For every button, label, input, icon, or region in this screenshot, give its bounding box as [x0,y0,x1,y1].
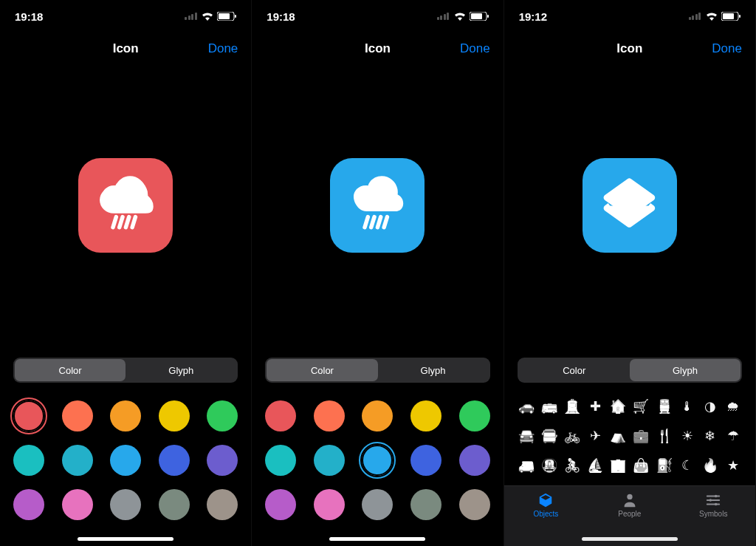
segment-glyph[interactable]: Glyph [630,359,740,381]
glyph-bike-icon[interactable]: 🚲 [563,427,581,445]
icon-preview [330,158,425,253]
swatch-orange[interactable] [314,400,345,431]
icon-preview-area [0,65,251,346]
swatch-amber[interactable] [110,400,141,431]
color-swatch-grid [252,393,503,541]
swatch-taupe[interactable] [459,489,490,520]
nav-title: Icon [113,41,139,56]
segmented-control[interactable]: Color Glyph [13,358,238,383]
glyph-bus-side-icon[interactable]: 🚍 [540,427,558,445]
swatch-pink[interactable] [62,489,93,520]
swatch-teal[interactable] [13,445,44,476]
segment-color[interactable]: Color [267,359,377,381]
status-time: 19:12 [519,10,547,23]
swatch-taupe[interactable] [207,489,238,520]
swatch-skyblue[interactable] [110,445,141,476]
glyph-metro-icon[interactable]: 🚇 [540,457,558,474]
swatch-blue[interactable] [410,445,441,476]
swatch-cyan[interactable] [62,445,93,476]
swatch-purple[interactable] [207,445,238,476]
wifi-icon [202,12,213,21]
tab-objects[interactable]: Objects [504,492,588,546]
glyph-house-icon[interactable]: 🏠 [609,397,627,415]
glyph-plane-icon[interactable]: ✈︎ [586,427,604,445]
cube-icon [536,492,555,508]
glyph-vehicle-box-icon[interactable]: 🚐 [518,457,535,474]
glyph-sailboat-icon[interactable]: ⛵ [586,457,604,474]
tab-label: People [618,510,641,518]
glyph-coupe-icon[interactable]: 🚘 [518,427,535,445]
swatch-grey[interactable] [362,489,393,520]
glyph-moon-icon[interactable]: ☾ [678,457,696,474]
glyph-bike-2-icon[interactable]: 🚴 [563,457,581,474]
cloud-rain-icon [86,165,166,246]
swatch-violet[interactable] [265,489,296,520]
status-bar: 19:18 [252,0,503,33]
glyph-umbrella-icon[interactable]: ☂︎ [724,427,742,445]
swatch-green[interactable] [459,400,490,431]
swatch-red[interactable] [265,400,296,431]
glyph-cloud-rain-icon[interactable]: 🌧 [724,397,742,415]
status-right [437,12,489,21]
swatch-sage[interactable] [410,489,441,520]
glyph-train-icon[interactable]: 🚆 [656,397,673,415]
swatch-pink[interactable] [314,489,345,520]
swatch-sage[interactable] [159,489,190,520]
swatch-blue[interactable] [159,445,190,476]
segment-color[interactable]: Color [519,359,630,381]
shortcuts-icon [589,165,670,246]
swatch-skyblue[interactable] [362,445,393,476]
screen-icon-picker-red: 19:18 Icon Done Color Glyph [0,0,252,546]
done-button[interactable]: Done [712,41,742,56]
screen-icon-picker-blue: 19:18 Icon Done Color Glyph [252,0,504,546]
segmented-control[interactable]: Color Glyph [265,358,489,383]
glyph-plus-icon[interactable]: ✚ [586,397,604,415]
swatch-yellow[interactable] [159,400,190,431]
glyph-car-icon[interactable]: 🚗 [518,397,535,415]
swatch-orange[interactable] [62,400,93,431]
glyph-moon-crescent-icon[interactable]: ◑ [701,397,719,415]
tab-symbols[interactable]: Symbols [672,492,755,546]
glyph-fork-knife-icon[interactable]: 🍴 [656,427,673,445]
person-icon [620,492,639,508]
home-indicator[interactable] [78,537,173,541]
swatch-yellow[interactable] [410,400,441,431]
segment-color[interactable]: Color [15,359,126,381]
done-button[interactable]: Done [208,41,238,56]
home-indicator[interactable] [329,537,425,541]
swatch-purple[interactable] [459,445,490,476]
segment-glyph[interactable]: Glyph [126,359,236,381]
glyph-briefcase-icon[interactable]: 💼 [632,427,650,445]
swatch-cyan[interactable] [314,445,345,476]
swatch-teal[interactable] [265,445,296,476]
glyph-snowflake-icon[interactable]: ❄︎ [701,427,719,445]
swatch-grey[interactable] [110,489,141,520]
glyph-cart-icon[interactable]: 🛒 [632,397,650,415]
swatch-red[interactable] [13,400,44,431]
glyph-sun-icon[interactable]: ☀︎ [678,427,696,445]
glyph-thermometer-icon[interactable]: 🌡 [678,397,696,415]
glyph-tent-icon[interactable]: ⛺ [609,427,627,445]
glyph-tram-icon[interactable]: 🚊 [563,397,581,415]
swatch-green[interactable] [207,400,238,431]
svg-point-10 [715,495,718,498]
segment-glyph[interactable]: Glyph [378,359,489,381]
svg-rect-2 [235,15,236,18]
icon-preview-area [252,65,503,346]
swatch-amber[interactable] [362,400,393,431]
nav-title: Icon [616,41,642,56]
glyph-tank-icon[interactable]: ⛽ [656,457,673,474]
glyph-flame-icon[interactable]: 🔥 [701,457,719,474]
icon-preview [583,158,677,253]
nav-bar: Icon Done [252,33,503,65]
status-bar: 19:18 [0,0,251,33]
segmented-control[interactable]: Color Glyph [518,358,742,383]
swatch-violet[interactable] [13,489,44,520]
glyph-case-icon[interactable]: 👜 [632,457,650,474]
glyph-building-icon[interactable]: 🏢 [609,457,627,474]
done-button[interactable]: Done [460,41,490,56]
glyph-star-icon[interactable]: ★ [724,457,742,474]
home-indicator[interactable] [582,537,678,541]
glyph-bus-front-icon[interactable]: 🚌 [540,397,558,415]
sliders-icon [704,492,723,508]
